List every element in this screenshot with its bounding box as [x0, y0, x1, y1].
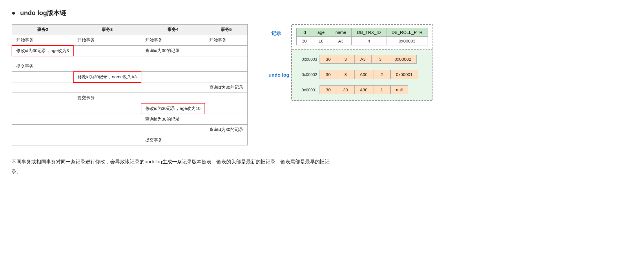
diagram-outer: 记录 idagenameDB_TRX_IDDB_ROLL_PTR 3010A34… [291, 24, 433, 101]
table-row: 修改id为30记录，age改为10 [12, 103, 247, 114]
table-cell: 开始事务 [141, 35, 205, 46]
table-cell [73, 103, 141, 114]
undo-cells: 303A3020x00001 [320, 70, 418, 79]
undo-cell: A3 [354, 55, 372, 64]
table-cell: 提交事务 [12, 61, 73, 72]
table-header: 事务5 [205, 25, 247, 35]
undo-cell: 3 [337, 70, 354, 79]
table-cell [12, 82, 73, 93]
undo-cell: 2 [373, 70, 391, 79]
record-section: 记录 idagenameDB_TRX_IDDB_ROLL_PTR 3010A34… [291, 24, 433, 50]
undo-cell: A30 [354, 70, 373, 79]
undo-cell: 1 [373, 85, 391, 94]
table-cell [205, 45, 247, 56]
undo-cell: A30 [354, 85, 373, 94]
table-cell: 查询id为30的记录 [205, 124, 247, 135]
undo-cells: 3030A301null [320, 85, 408, 94]
description-text: 不同事务或相同事务对同一条记录进行修改，会导致该记录的undolog生成一条记录… [12, 157, 330, 177]
undo-cell: 30 [320, 85, 337, 94]
record-cell: 10 [312, 37, 330, 45]
table-cell: 查询id为30的记录 [141, 45, 205, 56]
transaction-table-wrap: 事务2事务3事务4事务5 开始事务开始事务开始事务开始事务修改id为30记录，a… [12, 24, 248, 145]
undo-cell: 30 [320, 70, 337, 79]
undo-cells: 303A330x00002 [320, 55, 417, 64]
table-cell [141, 61, 205, 72]
table-cell: 修改id为30记录，name改为A3 [73, 72, 141, 82]
record-header: id [296, 28, 312, 37]
table-cell: 提交事务 [73, 93, 141, 103]
table-row: 查询id为30的记录 [12, 124, 247, 135]
table-cell [141, 56, 205, 61]
undo-cell: 3 [337, 55, 354, 64]
record-header: name [330, 28, 352, 37]
record-header: DB_ROLL_PTR [386, 28, 428, 37]
table-cell: 开始事务 [73, 35, 141, 46]
undo-addr: 0x00003 [296, 57, 317, 62]
table-cell [73, 45, 141, 56]
table-cell [73, 114, 141, 125]
record-cell: A3 [330, 37, 352, 45]
table-cell: 修改id为30记录，age改为3 [12, 45, 73, 56]
table-cell [12, 103, 73, 114]
table-cell [205, 114, 247, 125]
table-cell [12, 93, 73, 103]
record-cell: 0x00003 [386, 37, 428, 45]
table-row: 开始事务开始事务开始事务开始事务 [12, 35, 247, 46]
table-row: 查询id为30的记录 [12, 82, 247, 93]
table-row: 修改id为30记录，age改为3查询id为30的记录 [12, 45, 247, 56]
record-header: DB_TRX_ID [352, 28, 386, 37]
undolog-label: undo log [269, 72, 289, 78]
table-cell [141, 82, 205, 93]
undo-addr: 0x00002 [296, 72, 317, 77]
table-cell: 开始事务 [12, 35, 73, 46]
table-cell [73, 82, 141, 93]
undo-row: 0x00003303A330x00002 [296, 55, 428, 64]
table-cell [12, 124, 73, 135]
table-cell [205, 72, 247, 82]
table-cell [73, 56, 141, 61]
table-cell: 查询id为30的记录 [141, 114, 205, 125]
table-row [12, 56, 247, 61]
table-cell: 查询id为30的记录 [205, 82, 247, 93]
table-cell [205, 61, 247, 72]
table-cell: 修改id为30记录，age改为10 [141, 103, 205, 114]
record-cell: 30 [296, 37, 312, 45]
bullet-icon: ● [12, 10, 15, 16]
table-cell: 开始事务 [205, 35, 247, 46]
table-row: 提交事务 [12, 61, 247, 72]
table-cell [73, 61, 141, 72]
table-cell [141, 124, 205, 135]
table-cell [205, 103, 247, 114]
record-header: age [312, 28, 330, 37]
table-cell [12, 135, 73, 145]
undo-cell: 0x00001 [391, 70, 418, 79]
description-content: 不同事务或相同事务对同一条记录进行修改，会导致该记录的undolog生成一条记录… [12, 159, 330, 174]
undo-row: 0x000013030A301null [296, 85, 428, 94]
undo-addr: 0x00001 [296, 88, 317, 92]
table-cell [205, 135, 247, 145]
table-cell [73, 124, 141, 135]
table-header: 事务3 [73, 25, 141, 35]
table-cell [141, 93, 205, 103]
undo-row: 0x00002303A3020x00001 [296, 70, 428, 79]
table-row: 修改id为30记录，name改为A3 [12, 72, 247, 82]
undolog-section: undo log 0x00003303A330x000020x00002303A… [291, 49, 433, 101]
undo-cell: 30 [337, 85, 354, 94]
table-cell [141, 72, 205, 82]
table-header: 事务2 [12, 25, 73, 35]
table-row: 提交事务 [12, 135, 247, 145]
table-cell [205, 93, 247, 103]
record-label: 记录 [271, 30, 281, 37]
record-cell: 4 [352, 37, 386, 45]
table-cell [73, 135, 141, 145]
table-row: 提交事务 [12, 93, 247, 103]
table-cell [12, 114, 73, 125]
undo-cell: null [391, 85, 408, 94]
undo-cell: 0x00002 [389, 55, 417, 64]
undo-cell: 3 [372, 55, 389, 64]
table-cell [205, 56, 247, 61]
record-table: idagenameDB_TRX_IDDB_ROLL_PTR 3010A340x0… [296, 28, 428, 45]
undo-cell: 30 [320, 55, 337, 64]
table-header: 事务4 [141, 25, 205, 35]
table-row: 查询id为30的记录 [12, 114, 247, 125]
